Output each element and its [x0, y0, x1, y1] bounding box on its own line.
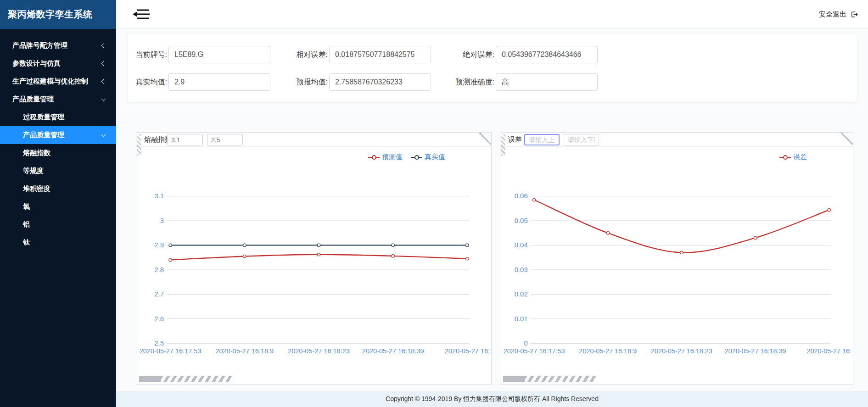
sidebar-item-parameter-design[interactable]: 参数设计与仿真 — [0, 55, 116, 72]
melt-index-chart: 3.132.92.82.72.62.52020-05-27 16:17:5320… — [136, 133, 491, 384]
svg-text:2.6: 2.6 — [154, 315, 164, 323]
predicted-mean-input[interactable] — [329, 73, 431, 91]
sidebar: 聚丙烯数字孪生系统 产品牌号配方管理 参数设计与仿真 生产过程建模与优化控制 产… — [0, 0, 116, 407]
svg-text:2020-05-27 16:: 2020-05-27 16: — [445, 347, 490, 355]
true-mean-input[interactable] — [168, 73, 270, 91]
legend-item[interactable]: 误差 — [779, 153, 807, 162]
melt-index-lower-limit-input[interactable] — [207, 134, 243, 145]
panel-hatch-decoration — [501, 134, 505, 156]
svg-text:0: 0 — [524, 339, 527, 347]
sidebar-item-product-brand-recipe[interactable]: 产品牌号配方管理 — [0, 37, 116, 55]
svg-text:3.1: 3.1 — [154, 192, 164, 200]
svg-text:2.9: 2.9 — [154, 241, 164, 249]
current-brand-field: 当前牌号: — [128, 46, 270, 63]
prediction-accuracy-field: 预测准确度: — [431, 73, 598, 91]
sidebar-item-label: 熔融指数 — [23, 149, 50, 157]
sidebar-collapse-icon[interactable] — [131, 7, 151, 21]
sidebar-item-label: 生产过程建模与优化控制 — [12, 77, 88, 86]
sidebar-item-product-quality-sub[interactable]: 产品质量管理 — [0, 126, 116, 144]
svg-text:2020-05-27 16:18:23: 2020-05-27 16:18:23 — [288, 347, 350, 355]
error-upper-limit-input[interactable] — [524, 134, 560, 145]
sidebar-item-label: 氯 — [23, 202, 30, 211]
svg-text:0.06: 0.06 — [515, 192, 528, 200]
charts-row: 熔融指数 预测值真实值 3.132.92.82.72.62.52020-05-2… — [136, 132, 868, 385]
absolute-error-field: 绝对误差: — [431, 46, 598, 63]
sidebar-item-melt-index[interactable]: 熔融指数 — [0, 144, 116, 162]
svg-text:2.5: 2.5 — [154, 339, 164, 347]
sidebar-item-label: 过程质量管理 — [23, 113, 64, 122]
panel-corner-fold — [479, 132, 492, 145]
logout-label: 安全退出 — [819, 10, 846, 19]
sidebar-item-isotacticity[interactable]: 等规度 — [0, 162, 116, 180]
svg-text:2.7: 2.7 — [154, 290, 164, 298]
predicted-mean-field: 预报均值: — [270, 73, 431, 91]
svg-text:0.01: 0.01 — [515, 315, 528, 323]
app-root: 聚丙烯数字孪生系统 产品牌号配方管理 参数设计与仿真 生产过程建模与优化控制 产… — [0, 0, 868, 407]
melt-index-upper-limit-input[interactable] — [167, 134, 203, 145]
sidebar-item-label: 产品质量管理 — [12, 95, 54, 104]
main-column: 安全退出 当前牌号: 相对误差: — [116, 0, 868, 407]
current-brand-label: 当前牌号: — [128, 50, 167, 60]
svg-text:2020-05-27 16:18:9: 2020-05-27 16:18:9 — [215, 347, 274, 355]
svg-text:0.03: 0.03 — [515, 266, 528, 273]
sidebar-item-label: 产品质量管理 — [23, 131, 64, 139]
logout-button[interactable]: 安全退出 — [819, 10, 858, 19]
form-row: 当前牌号: 相对误差: 绝对误差: — [128, 46, 857, 63]
sidebar-item-label: 钛 — [23, 238, 30, 247]
svg-text:3: 3 — [160, 217, 164, 224]
sidebar-item-product-quality[interactable]: 产品质量管理 — [0, 90, 116, 108]
sidebar-item-process-quality[interactable]: 过程质量管理 — [0, 108, 116, 126]
sidebar-item-production-modeling[interactable]: 生产过程建模与优化控制 — [0, 72, 116, 90]
error-panel: 误差 误差 0.060.050.040.030.020.0102020-05-2… — [500, 132, 853, 385]
svg-text:2020-05-27 16:18:39: 2020-05-27 16:18:39 — [362, 347, 424, 355]
true-mean-label: 真实均值: — [128, 78, 167, 87]
melt-index-panel-header: 熔融指数 — [136, 133, 491, 147]
error-panel-header: 误差 — [500, 133, 853, 147]
svg-text:2020-05-27 16:18:39: 2020-05-27 16:18:39 — [725, 347, 786, 355]
current-brand-input[interactable] — [168, 46, 270, 63]
relative-error-input[interactable] — [329, 46, 431, 63]
true-mean-field: 真实均值: — [128, 73, 270, 91]
relative-error-label: 相对误差: — [270, 50, 328, 60]
panel-corner-fold — [840, 132, 853, 145]
error-lower-limit-input[interactable] — [564, 134, 599, 145]
absolute-error-input[interactable] — [496, 46, 598, 63]
summary-form-card: 当前牌号: 相对误差: 绝对误差: 真实均值: — [128, 34, 857, 102]
footer: Copyright © 1994-2019 By 恒力集团有限公司版权所有 Al… — [116, 391, 868, 407]
copyright-text: Copyright © 1994-2019 By 恒力集团有限公司版权所有 Al… — [386, 395, 599, 403]
sidebar-item-label: 等规度 — [23, 167, 44, 175]
prediction-accuracy-input[interactable] — [496, 73, 598, 91]
sidebar-item-titanium[interactable]: 钛 — [0, 234, 116, 251]
sidebar-item-label: 产品牌号配方管理 — [12, 41, 67, 50]
error-panel-title: 误差 — [508, 135, 522, 144]
relative-error-field: 相对误差: — [270, 46, 431, 63]
sidebar-menu: 产品牌号配方管理 参数设计与仿真 生产过程建模与优化控制 产品质量管理 过程质量… — [0, 29, 116, 251]
predicted-mean-label: 预报均值: — [270, 78, 328, 87]
sidebar-item-chlorine[interactable]: 氯 — [0, 198, 116, 216]
panel-hatch-decoration — [139, 376, 233, 382]
content-area: 当前牌号: 相对误差: 绝对误差: 真实均值: — [116, 29, 868, 391]
logout-icon — [850, 11, 858, 18]
legend-item[interactable]: 真实值 — [411, 153, 445, 162]
svg-text:2020-05-27 16:18:23: 2020-05-27 16:18:23 — [651, 347, 712, 355]
sidebar-item-bulk-density[interactable]: 堆积密度 — [0, 180, 116, 198]
svg-text:0.02: 0.02 — [515, 290, 528, 298]
melt-index-panel: 熔融指数 预测值真实值 3.132.92.82.72.62.52020-05-2… — [136, 132, 492, 385]
sidebar-item-aluminum[interactable]: 铝 — [0, 216, 116, 234]
svg-text:0.04: 0.04 — [515, 241, 528, 249]
prediction-accuracy-label: 预测准确度: — [431, 78, 494, 87]
chevron-left-icon — [101, 79, 106, 84]
sidebar-item-label: 堆积密度 — [23, 184, 50, 193]
melt-index-legend: 预测值真实值 — [368, 153, 445, 162]
svg-text:2020-05-27 16:: 2020-05-27 16: — [806, 347, 851, 355]
legend-label: 预测值 — [382, 153, 403, 162]
error-legend: 误差 — [779, 153, 807, 162]
legend-label: 真实值 — [425, 153, 445, 162]
form-row: 真实均值: 预报均值: 预测准确度: — [128, 73, 857, 91]
legend-item[interactable]: 预测值 — [368, 153, 403, 162]
chevron-left-icon — [101, 44, 106, 48]
legend-marker-icon — [411, 157, 422, 158]
svg-text:2020-05-27 16:18:9: 2020-05-27 16:18:9 — [579, 347, 637, 355]
legend-label: 误差 — [793, 153, 807, 162]
panel-hatch-decoration — [503, 376, 597, 382]
